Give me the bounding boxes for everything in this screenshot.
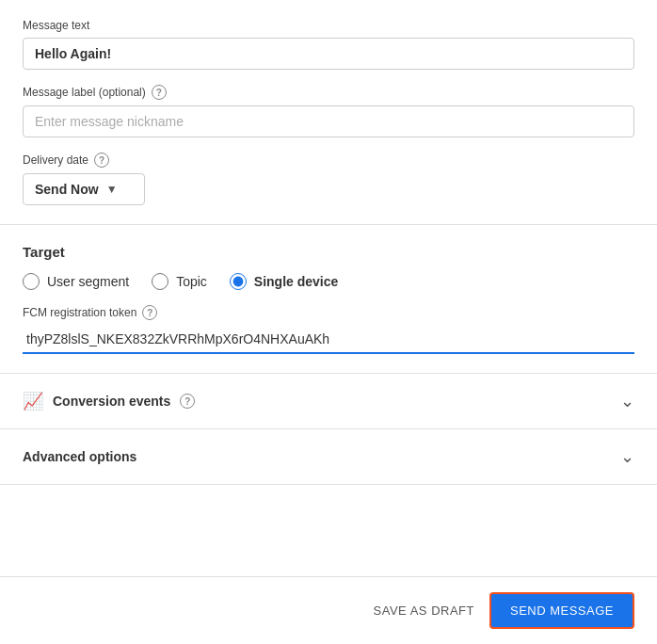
target-section: Target User segment Topic Single device …	[0, 225, 657, 374]
message-label-help-icon[interactable]: ?	[152, 85, 167, 100]
save-draft-button[interactable]: SAVE AS DRAFT	[374, 604, 474, 618]
message-text-input[interactable]	[23, 38, 634, 70]
form-section: Message text Message label (optional) ? …	[0, 0, 657, 225]
conversion-events-chevron-icon: ⌄	[620, 391, 634, 411]
message-label-group: Message label (optional) ?	[23, 85, 634, 137]
conversion-events-section[interactable]: 📈 Conversion events ? ⌄	[0, 374, 657, 429]
radio-option-user-segment[interactable]: User segment	[23, 273, 129, 290]
delivery-date-group: Delivery date ? Send Now ▼	[23, 153, 634, 205]
radio-option-single-device[interactable]: Single device	[230, 273, 338, 290]
conversion-events-left: 📈 Conversion events ?	[23, 391, 195, 411]
dropdown-arrow-icon: ▼	[106, 183, 118, 196]
radio-single-device[interactable]	[230, 273, 247, 290]
message-text-label: Message text	[23, 19, 634, 32]
advanced-options-left: Advanced options	[23, 449, 136, 464]
message-label-text: Message label (optional)	[23, 86, 146, 99]
target-title: Target	[23, 244, 634, 260]
delivery-date-dropdown[interactable]: Send Now ▼	[23, 173, 145, 205]
delivery-date-label-text: Delivery date	[23, 153, 88, 167]
delivery-date-value: Send Now	[35, 182, 99, 197]
radio-user-segment[interactable]	[23, 273, 40, 290]
fcm-token-group: FCM registration token ?	[23, 305, 634, 354]
delivery-date-label: Delivery date ?	[23, 153, 634, 168]
radio-option-topic[interactable]: Topic	[152, 273, 207, 290]
radio-label-topic: Topic	[176, 274, 207, 289]
message-text-group: Message text	[23, 19, 634, 70]
message-text-label-text: Message text	[23, 19, 89, 32]
message-label-label: Message label (optional) ?	[23, 85, 634, 100]
advanced-options-section[interactable]: Advanced options ⌄	[0, 429, 657, 485]
main-container: Message text Message label (optional) ? …	[0, 0, 657, 644]
advanced-options-title: Advanced options	[23, 449, 136, 464]
conversion-events-help-icon[interactable]: ?	[180, 394, 195, 409]
delivery-date-help-icon[interactable]: ?	[94, 153, 109, 168]
conversion-events-title: Conversion events	[53, 394, 170, 409]
trend-icon: 📈	[23, 391, 43, 411]
radio-topic[interactable]	[152, 273, 168, 290]
footer: SAVE AS DRAFT SEND MESSAGE	[0, 576, 657, 644]
radio-label-user-segment: User segment	[47, 274, 129, 289]
fcm-label: FCM registration token ?	[23, 305, 634, 320]
advanced-options-chevron-icon: ⌄	[620, 446, 634, 467]
fcm-help-icon[interactable]: ?	[142, 305, 157, 320]
fcm-token-input[interactable]	[23, 326, 634, 354]
target-radio-group: User segment Topic Single device	[23, 273, 634, 290]
message-label-input[interactable]	[23, 105, 634, 137]
fcm-label-text: FCM registration token	[23, 306, 136, 319]
send-message-button[interactable]: SEND MESSAGE	[489, 592, 634, 629]
radio-label-single-device: Single device	[254, 274, 338, 289]
